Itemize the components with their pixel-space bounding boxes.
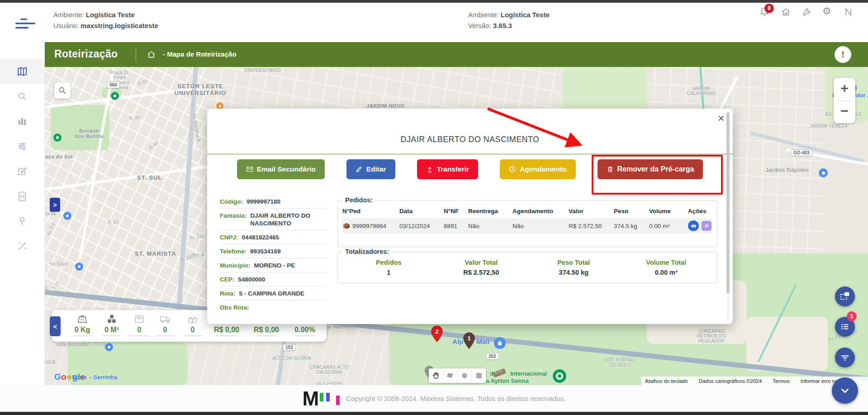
settings-button[interactable]: ⚙ [822, 5, 831, 17]
road-shield: 352 [486, 353, 499, 360]
brand-n-button[interactable] [843, 7, 854, 17]
remover-pre-carga-button[interactable]: Remover da Pré-carga [598, 159, 703, 179]
map-draw-toolbar [429, 368, 486, 383]
keyboard-shortcuts-link[interactable]: Atalhos do teclado [645, 378, 688, 384]
maxima-logo: M [303, 390, 318, 408]
brand-n-icon [843, 7, 854, 17]
poi-marker[interactable] [819, 168, 828, 177]
sidebar-item-busca[interactable] [0, 84, 44, 109]
map-zoom-control: + − [834, 78, 855, 123]
zoom-in-button[interactable]: + [834, 78, 855, 100]
cargo-icon [187, 313, 199, 325]
sidebar-nav [0, 42, 45, 385]
circle-icon [460, 372, 469, 380]
sidebar-item-pontos[interactable] [0, 209, 44, 234]
map-area-label: UICA [44, 360, 56, 365]
map-area-label: AG [825, 112, 832, 117]
client-details: Código:9999997180 Fantasia:DJAIR ALBERTO… [220, 195, 327, 314]
rectangle-select-tool[interactable] [472, 368, 486, 383]
totalizadores-legend: Totalizadores: [342, 248, 392, 255]
cell-reentrega: Não [468, 223, 512, 229]
sidebar-item-assistente[interactable] [0, 234, 44, 258]
col-header: N°Ped [342, 205, 399, 217]
sidebar-item-mapa[interactable] [0, 59, 44, 84]
pan-hand-tool[interactable] [429, 368, 443, 383]
transferir-button[interactable]: Transferir [417, 159, 479, 179]
menu-icon[interactable] [15, 18, 36, 30]
view-order-button[interactable] [688, 220, 699, 231]
notification-badge: 0 [764, 4, 774, 13]
zoom-out-button[interactable]: − [834, 100, 855, 123]
maxima-logo-bars [320, 393, 340, 405]
scrollbar-thumb[interactable] [726, 112, 730, 293]
truck-icon [159, 313, 171, 325]
col-header: Valor [569, 205, 614, 217]
collapse-stats-button[interactable]: < [50, 316, 61, 336]
filter-fab[interactable] [835, 348, 855, 367]
mall-marker[interactable] [494, 337, 506, 349]
agendamento-button[interactable]: Agendamento [500, 159, 575, 179]
terms-link[interactable]: Termos [773, 378, 790, 384]
close-icon[interactable]: × [718, 112, 725, 124]
map-area-label: Bosque dos Buritis [69, 128, 109, 139]
circle-select-tool[interactable] [458, 368, 472, 383]
total-volume: Volume Total0.00 m³ [620, 259, 713, 276]
versao-info: Ambiente: Logística Teste Versão: 3.65.3 [468, 10, 550, 31]
alert-button[interactable]: ! [835, 46, 851, 63]
selection-icon [840, 291, 850, 301]
map-poi-label: Alp [452, 338, 463, 345]
hand-icon [432, 372, 440, 380]
home-icon[interactable] [147, 50, 156, 59]
map-poi-label: Internacional [510, 370, 547, 377]
stat-cargo: 0 [178, 310, 207, 336]
stat-packages: 0 [127, 310, 152, 336]
trash-icon [607, 166, 614, 173]
cell-data: 03/12/2024 [399, 223, 444, 229]
sidebar-item-parametros[interactable] [0, 134, 44, 158]
park-marker[interactable] [53, 134, 62, 142]
shopping-bag-icon [497, 340, 503, 346]
park-marker[interactable] [111, 92, 119, 100]
expand-panel-button[interactable]: > [50, 198, 60, 212]
email-secundario-button[interactable]: Email Secundário [237, 159, 325, 179]
map-area-label: CHÁCARAS ALTO DA GLÓRIA [302, 365, 356, 375]
pin-icon [17, 216, 28, 227]
map-poi-label: Mall [476, 338, 489, 345]
sidebar-item-integracao[interactable] [0, 184, 44, 209]
magic-wand-icon [17, 241, 28, 252]
total-valor: Valor TotalR$ 2.572,50 [435, 259, 528, 276]
pedidos-legend: Pedidos: [342, 196, 375, 204]
editar-button[interactable]: Editar [346, 159, 395, 179]
pedidos-section: Pedidos: N°Ped Data N°NF Reentrega Agend… [337, 196, 717, 247]
square-icon [475, 372, 483, 380]
tools-button[interactable] [802, 7, 812, 17]
stat-weight: Kg 0 Kg [68, 310, 97, 336]
polygon-select-tool[interactable] [443, 368, 458, 383]
clock-icon [509, 166, 516, 173]
route-pin-2[interactable]: 2 [431, 325, 443, 343]
map-area-label: Jardins Nápoles [765, 167, 809, 173]
poi-marker[interactable] [63, 212, 71, 220]
map-area-label: ALTO DA GLÓRIA [272, 356, 311, 361]
col-header: N°NF [444, 205, 468, 217]
route-pin-1[interactable]: 1 [463, 332, 475, 349]
order-comments-button[interactable] [702, 221, 711, 231]
home-button[interactable] [781, 7, 791, 17]
poi-marker[interactable] [75, 262, 83, 271]
package-icon [342, 222, 351, 230]
map-search-button[interactable] [54, 82, 71, 99]
sidebar-item-editar[interactable] [0, 158, 44, 183]
total-pedidos: Pedidos1 [342, 259, 435, 276]
list-count-badge: 1 [847, 311, 857, 321]
map-area-label: JARDIM VENEZA [810, 124, 848, 129]
sliders-icon [17, 141, 28, 152]
sidebar-item-relatorios[interactable] [0, 109, 44, 134]
modal-scrollbar[interactable] [726, 112, 730, 320]
airport-marker[interactable] [553, 369, 566, 383]
detail-row: Município:MORENO - PE [220, 258, 327, 272]
poi-marker[interactable] [105, 343, 113, 351]
scroll-down-fab[interactable] [832, 377, 858, 404]
detail-row: Telefone:993534169 [220, 244, 327, 258]
ambiente-info: Ambiente: Logística Teste Usuário: maxst… [53, 10, 158, 31]
area-select-fab[interactable] [835, 286, 855, 306]
